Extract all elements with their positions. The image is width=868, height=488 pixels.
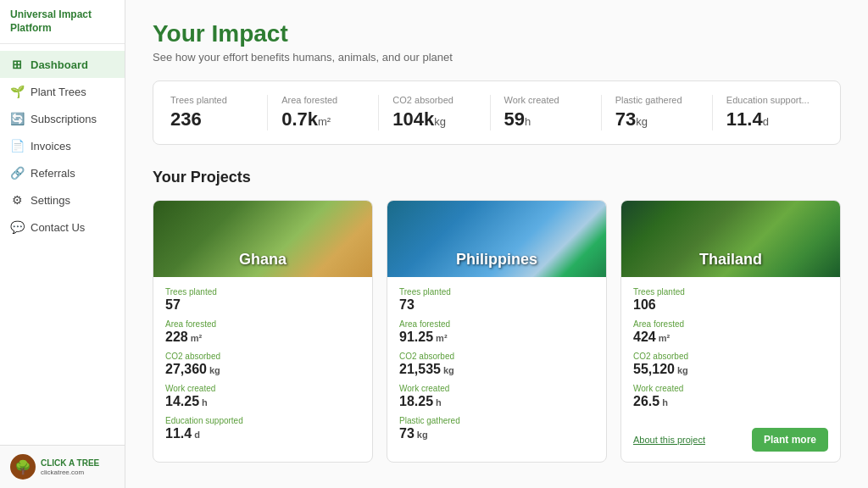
project-stat-value: 55,120 kg bbox=[633, 362, 828, 377]
stat-value: 11.4d bbox=[726, 108, 810, 130]
nav-label-settings: Settings bbox=[31, 194, 70, 207]
invoices-icon: 📄 bbox=[10, 139, 24, 152]
nav-label-referrals: Referrals bbox=[31, 167, 75, 180]
project-stat-value: 11.4 d bbox=[165, 426, 360, 441]
nav-label-dashboard: Dashboard bbox=[31, 58, 88, 71]
project-stat-label: Work created bbox=[633, 384, 828, 393]
stat-label: CO2 absorbed bbox=[392, 95, 476, 105]
stat-item: Area forested0.7km² bbox=[268, 95, 379, 130]
project-name-philippines: Philippines bbox=[387, 251, 606, 269]
project-stat-label: Trees planted bbox=[633, 287, 828, 297]
project-stat-label: Area forested bbox=[633, 319, 828, 329]
project-stat-label: CO2 absorbed bbox=[165, 352, 360, 361]
project-stat-value: 57 bbox=[165, 297, 360, 313]
brand-url: clickatree.com bbox=[41, 469, 99, 476]
project-stat-value: 228 m² bbox=[165, 330, 360, 345]
sidebar: Universal Impact Platform ⊞Dashboard🌱Pla… bbox=[0, 0, 125, 488]
project-stat-value: 73 kg bbox=[399, 426, 594, 441]
nav-label-plant-trees: Plant Trees bbox=[31, 86, 86, 98]
project-stat-value: 424 m² bbox=[633, 330, 828, 345]
contact-us-icon: 💬 bbox=[10, 220, 24, 234]
project-stat-value: 18.25 h bbox=[399, 394, 594, 409]
subscriptions-icon: 🔄 bbox=[10, 112, 24, 125]
sidebar-item-invoices[interactable]: 📄Invoices bbox=[0, 132, 125, 159]
project-image-thailand: Thailand bbox=[621, 201, 840, 277]
project-stat-value: 91.25 m² bbox=[399, 330, 594, 345]
stat-label: Trees planted bbox=[170, 95, 253, 105]
projects-grid: Ghana Trees planted57Area forested228 m²… bbox=[153, 200, 841, 463]
project-stat-label: Area forested bbox=[399, 319, 594, 329]
sidebar-nav: ⊞Dashboard🌱Plant Trees🔄Subscriptions📄Inv… bbox=[0, 44, 125, 445]
plant-more-button[interactable]: Plant more bbox=[752, 428, 828, 452]
project-card-philippines: Philippines Trees planted73Area forested… bbox=[387, 200, 607, 463]
project-stat-label: Area forested bbox=[165, 319, 360, 329]
project-name-thailand: Thailand bbox=[621, 251, 840, 269]
project-stat-label: CO2 absorbed bbox=[399, 352, 594, 361]
project-details: Trees planted73Area forested91.25 m²CO2 … bbox=[387, 277, 606, 452]
project-image-ghana: Ghana bbox=[153, 201, 372, 277]
project-stat-label: Trees planted bbox=[399, 287, 594, 297]
project-details: Trees planted57Area forested228 m²CO2 ab… bbox=[153, 277, 372, 452]
stat-label: Work created bbox=[504, 95, 587, 105]
stat-value: 104kkg bbox=[392, 108, 476, 130]
project-stat-value: 26.5 h bbox=[633, 394, 828, 409]
project-stat-value: 73 bbox=[399, 297, 594, 313]
brand-name: CLICK A TREE bbox=[41, 458, 99, 469]
plant-trees-icon: 🌱 bbox=[10, 85, 24, 98]
nav-label-contact-us: Contact Us bbox=[31, 221, 85, 234]
stats-bar: Trees planted236Area forested0.7km²CO2 a… bbox=[153, 80, 841, 145]
project-stat-value: 14.25 h bbox=[165, 394, 360, 409]
project-stat-value: 106 bbox=[633, 297, 828, 313]
project-stat-label: Education supported bbox=[165, 416, 360, 425]
project-stat-label: Trees planted bbox=[165, 287, 360, 297]
project-stat-value: 27,360 kg bbox=[165, 362, 360, 377]
project-name-ghana: Ghana bbox=[153, 251, 372, 269]
project-card-ghana: Ghana Trees planted57Area forested228 m²… bbox=[153, 200, 373, 463]
stat-item: Plastic gathered73kg bbox=[602, 95, 713, 130]
sidebar-item-settings[interactable]: ⚙Settings bbox=[0, 186, 125, 214]
page-title: Your Impact bbox=[153, 20, 841, 47]
stat-item: Work created59h bbox=[491, 95, 602, 130]
sidebar-footer: 🌳 CLICK A TREE clickatree.com bbox=[0, 445, 125, 488]
sidebar-item-referrals[interactable]: 🔗Referrals bbox=[0, 159, 125, 186]
project-stat-value: 21,535 kg bbox=[399, 362, 594, 377]
stat-label: Area forested bbox=[281, 95, 364, 105]
page-subtitle: See how your effort benefits humans, ani… bbox=[153, 51, 841, 64]
stat-value: 0.7km² bbox=[281, 108, 364, 130]
stat-value: 59h bbox=[504, 108, 587, 130]
project-stat-label: Work created bbox=[165, 384, 360, 393]
stat-item: CO2 absorbed104kkg bbox=[379, 95, 490, 130]
nav-label-subscriptions: Subscriptions bbox=[31, 113, 97, 125]
project-stat-label: Work created bbox=[399, 384, 594, 393]
stat-item: Education support...11.4d bbox=[713, 95, 823, 130]
brand-icon: 🌳 bbox=[10, 454, 36, 480]
project-card-thailand: Thailand Trees planted106Area forested42… bbox=[620, 200, 841, 463]
dashboard-icon: ⊞ bbox=[10, 58, 24, 71]
nav-label-invoices: Invoices bbox=[31, 140, 71, 152]
project-details: Trees planted106Area forested424 m²CO2 a… bbox=[621, 277, 840, 419]
sidebar-item-contact-us[interactable]: 💬Contact Us bbox=[0, 214, 125, 241]
projects-section-title: Your Projects bbox=[153, 169, 841, 186]
stat-label: Education support... bbox=[726, 95, 810, 105]
sidebar-logo-text: Universal Impact Platform bbox=[10, 8, 114, 35]
sidebar-item-subscriptions[interactable]: 🔄Subscriptions bbox=[0, 105, 125, 132]
sidebar-logo: Universal Impact Platform bbox=[0, 0, 125, 44]
sidebar-item-dashboard[interactable]: ⊞Dashboard bbox=[0, 51, 125, 78]
project-card-footer: About this project Plant more bbox=[621, 428, 840, 462]
referrals-icon: 🔗 bbox=[10, 166, 24, 180]
settings-icon: ⚙ bbox=[10, 193, 24, 207]
stat-item: Trees planted236 bbox=[170, 95, 268, 130]
project-image-philippines: Philippines bbox=[387, 201, 606, 277]
sidebar-item-plant-trees[interactable]: 🌱Plant Trees bbox=[0, 78, 125, 105]
stat-value: 73kg bbox=[615, 108, 698, 130]
stat-value: 236 bbox=[170, 108, 253, 130]
main-content: Your Impact See how your effort benefits… bbox=[125, 0, 868, 488]
about-project-link[interactable]: About this project bbox=[633, 435, 705, 445]
project-stat-label: Plastic gathered bbox=[399, 416, 594, 425]
project-stat-label: CO2 absorbed bbox=[633, 352, 828, 361]
stat-label: Plastic gathered bbox=[615, 95, 698, 105]
